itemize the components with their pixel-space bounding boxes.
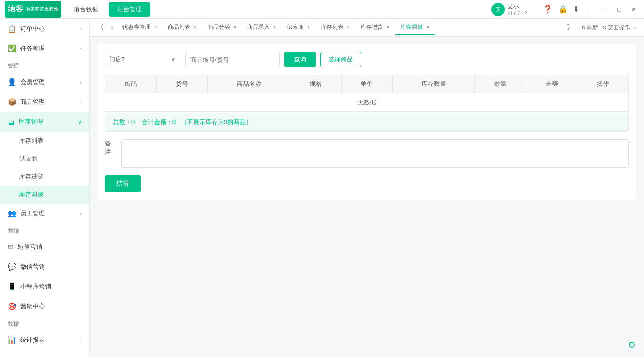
tab-close-current[interactable]: ✕ <box>107 24 118 31</box>
sidebar-label-wechat: 微信营销 <box>20 263 45 271</box>
tab-supplier[interactable]: 供应商 ✕ <box>282 20 315 35</box>
no-data-cell: 无数据 <box>105 94 629 112</box>
tab-actions-arrow[interactable]: › <box>634 24 636 32</box>
staff-icon: 👥 <box>8 209 17 218</box>
minimize-button[interactable]: — <box>599 5 611 14</box>
store-select[interactable]: 门店2 ▼ <box>105 52 180 67</box>
remark-section: 备注 <box>105 139 629 168</box>
tab-inventory-list[interactable]: 库存列表 ✕ <box>316 20 355 35</box>
logo-text: 纳客 <box>8 4 24 14</box>
section-title-data: 数据 <box>0 316 89 330</box>
miniapp-icon: 📱 <box>8 282 17 291</box>
query-button[interactable]: 查询 <box>284 52 316 67</box>
avatar: 艾 <box>491 3 505 16</box>
table-header-row: 编码 货号 商品名称 规格 单价 库存数量 数量 金额 操作 <box>105 75 629 94</box>
col-header-ops: 操作 <box>577 75 629 94</box>
sidebar-item-wechat[interactable]: 💬 微信营销 <box>0 257 89 277</box>
tab-stock-transfer-close[interactable]: ✕ <box>426 25 429 30</box>
sidebar-item-staff[interactable]: 👥 员工管理 › <box>0 204 89 223</box>
summary-total-value: 0 <box>131 119 135 126</box>
sidebar-item-goods[interactable]: 📦 商品管理 › <box>0 92 89 112</box>
tab-coupon[interactable]: 优惠券管理 ✕ <box>118 20 162 35</box>
tab-supplier-close[interactable]: ✕ <box>307 25 310 30</box>
tab-goods-category-close[interactable]: ✕ <box>233 25 237 30</box>
tab-coupon-close[interactable]: ✕ <box>154 25 157 30</box>
tab-actions: ↻ 刷新 ↻ 页面操作 › <box>577 24 640 32</box>
tab-stock-in[interactable]: 库存进货 ✕ <box>356 20 395 35</box>
tab-goods-list[interactable]: 商品列表 ✕ <box>163 20 202 35</box>
tab-front-cashier[interactable]: 前台收银 <box>65 2 107 17</box>
sidebar-item-stats[interactable]: 📊 统计报表 › <box>0 330 89 350</box>
tab-goods-entry-close[interactable]: ✕ <box>273 25 276 30</box>
tab-goods-list-close[interactable]: ✕ <box>193 25 197 30</box>
goods-icon: 📦 <box>8 98 17 106</box>
sidebar-label-order: 订单中心 <box>20 25 45 33</box>
tab-inventory-list-close[interactable]: ✕ <box>346 25 350 30</box>
user-info[interactable]: 艾 艾小 v1.0.0.42 <box>491 3 527 16</box>
sidebar-item-inventory[interactable]: 🗂 库存管理 ∨ <box>0 112 89 132</box>
search-input[interactable] <box>185 52 280 67</box>
user-details: 艾小 v1.0.0.42 <box>507 3 527 16</box>
tab-nav-right[interactable]: 》 <box>564 23 577 33</box>
sidebar-item-order[interactable]: 📋 订单中心 › <box>0 19 89 39</box>
sidebar-item-task[interactable]: ✅ 任务管理 › <box>0 39 89 59</box>
store-select-arrow: ▼ <box>170 56 176 63</box>
lock-icon[interactable]: 🔒 <box>558 5 567 14</box>
sidebar-label-miniapp: 小程序营销 <box>20 282 51 291</box>
summary-total-label: 总数： <box>113 119 131 126</box>
sidebar-item-sms[interactable]: ✉ 短信营销 <box>0 237 89 257</box>
chevron-right-icon-6: › <box>80 337 82 343</box>
sidebar-subitem-stock-transfer[interactable]: 库存调拨 <box>0 186 89 204</box>
sidebar: 📋 订单中心 › ✅ 任务管理 › 管理 👤 会员管理 › 📦 <box>0 19 90 357</box>
logo-sub: 纳客客店史轻松 <box>26 6 59 12</box>
select-goods-button[interactable]: 选择商品 <box>320 52 361 67</box>
data-table: 编码 货号 商品名称 规格 单价 库存数量 数量 金额 操作 <box>105 75 629 112</box>
title-bar-right: 艾 艾小 v1.0.0.42 ❓ 🔒 ⬇ — □ ✕ <box>491 3 639 16</box>
col-header-name: 商品名称 <box>208 75 290 94</box>
page-ops-label: 页面操作 <box>608 24 630 32</box>
sidebar-item-miniapp[interactable]: 📱 小程序营销 <box>0 277 89 297</box>
title-bar: 纳客 纳客客店史轻松 前台收银 后台管理 艾 艾小 v1.0.0.42 ❓ 🔒 … <box>0 0 644 19</box>
sidebar-label-member: 会员管理 <box>20 78 45 86</box>
page-card: 门店2 ▼ 查询 选择商品 编码 货号 商品名称 规格 <box>97 44 636 200</box>
maximize-button[interactable]: □ <box>615 5 624 14</box>
tab-stock-in-close[interactable]: ✕ <box>386 25 390 30</box>
sidebar-subitem-supplier[interactable]: 供应商 <box>0 150 89 168</box>
sidebar-item-marketing[interactable]: 🎯 营销中心 <box>0 297 89 316</box>
sidebar-label-sms: 短信营销 <box>17 243 42 251</box>
sidebar-label-stats: 统计报表 <box>20 336 45 344</box>
download-icon[interactable]: ⬇ <box>573 5 579 14</box>
remark-textarea[interactable] <box>121 139 629 168</box>
sidebar-subitem-inventory-list[interactable]: 库存列表 <box>0 132 89 150</box>
tab-goods-category-label: 商品分类 <box>207 23 230 31</box>
refresh-icon: ↻ <box>581 25 586 31</box>
tab-goods-entry[interactable]: 商品录入 ✕ <box>242 20 281 35</box>
store-select-value: 门店2 <box>109 55 125 64</box>
filter-row: 门店2 ▼ 查询 选择商品 <box>105 52 629 67</box>
chevron-right-icon-4: › <box>80 99 82 105</box>
tab-back-management[interactable]: 后台管理 <box>109 2 150 17</box>
tab-goods-category[interactable]: 商品分类 ✕ <box>203 20 241 35</box>
col-header-price: 单价 <box>341 75 393 94</box>
logo: 纳客 纳客客店史轻松 <box>5 1 61 18</box>
sidebar-item-member[interactable]: 👤 会员管理 › <box>0 72 89 92</box>
help-icon[interactable]: ❓ <box>543 5 552 14</box>
window-controls: — □ ✕ <box>599 5 639 14</box>
refresh-label: 刷新 <box>587 24 598 32</box>
col-header-spec: 规格 <box>290 75 342 94</box>
chevron-right-icon-2: › <box>80 46 82 51</box>
submit-button[interactable]: 结算 <box>105 175 141 192</box>
page-ops-icon: ↻ <box>602 25 607 31</box>
chevron-down-icon: ∨ <box>78 119 82 125</box>
tab-bar: 《 ✕ 优惠券管理 ✕ 商品列表 ✕ 商品分类 ✕ 商品录入 ✕ <box>90 19 644 37</box>
section-title-manage: 管理 <box>0 59 89 72</box>
remark-label: 备注 <box>105 139 117 156</box>
refresh-button[interactable]: ↻ 刷新 <box>581 24 598 32</box>
sidebar-subitem-stock-in[interactable]: 库存进货 <box>0 168 89 186</box>
tab-nav-left[interactable]: 《 <box>94 23 107 33</box>
sms-icon: ✉ <box>8 243 14 251</box>
close-button[interactable]: ✕ <box>628 5 639 14</box>
inventory-icon: 🗂 <box>8 118 15 126</box>
page-ops-button[interactable]: ↻ 页面操作 <box>602 24 630 32</box>
tab-stock-transfer[interactable]: 库存调拨 ✕ <box>395 20 434 35</box>
